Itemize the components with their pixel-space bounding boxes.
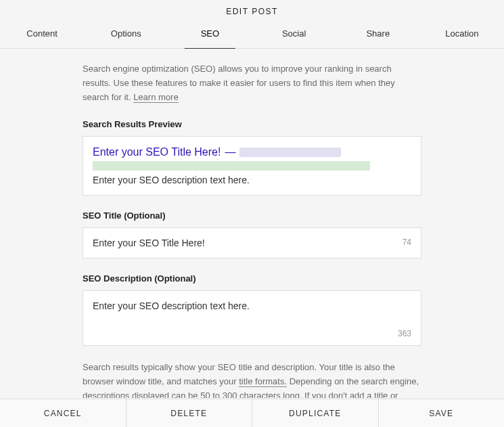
dialog-title: EDIT POST (0, 0, 504, 20)
save-button[interactable]: SAVE (379, 399, 505, 427)
preview-title-text: Enter your SEO Title Here! (93, 146, 221, 158)
tab-share[interactable]: Share (336, 20, 420, 48)
tab-social[interactable]: Social (252, 20, 336, 48)
preview-dash: — (225, 146, 235, 158)
preview-title-row: Enter your SEO Title Here! — (93, 146, 411, 158)
tab-location[interactable]: Location (420, 20, 504, 48)
seo-title-input[interactable] (93, 238, 403, 248)
title-formats-link[interactable]: title formats. (239, 376, 287, 387)
preview-url-redacted (93, 161, 370, 171)
intro-body: Search engine optimization (SEO) allows … (83, 64, 395, 102)
footer-help-text: Search results typically show your SEO t… (83, 361, 421, 398)
tab-content[interactable]: Content (0, 20, 84, 48)
seo-description-count: 363 (398, 329, 411, 338)
preview-label: Search Results Preview (83, 119, 421, 129)
search-preview-box: Enter your SEO Title Here! — Enter your … (83, 136, 421, 196)
seo-title-label: SEO Title (Optional) (83, 210, 421, 221)
seo-title-field: SEO Title (Optional) 74 (83, 210, 421, 259)
tab-options[interactable]: Options (84, 20, 168, 48)
cancel-button[interactable]: CANCEL (0, 399, 127, 427)
preview-site-redacted (239, 148, 341, 157)
delete-button[interactable]: DELETE (127, 399, 253, 427)
action-bar: CANCEL DELETE DUPLICATE SAVE (0, 399, 504, 427)
tab-bar: Content Options SEO Social Share Locatio… (0, 20, 504, 49)
seo-description-input-wrap: 363 (83, 290, 421, 346)
seo-description-field: SEO Description (Optional) 363 (83, 273, 421, 346)
seo-description-label: SEO Description (Optional) (83, 273, 421, 284)
learn-more-link[interactable]: Learn more (133, 92, 178, 103)
seo-title-input-wrap: 74 (83, 227, 421, 259)
seo-title-count: 74 (403, 238, 411, 247)
content-panel: Search engine optimization (SEO) allows … (0, 49, 504, 398)
preview-description-text: Enter your SEO description text here. (93, 175, 411, 185)
tab-seo[interactable]: SEO (168, 20, 252, 48)
intro-text: Search engine optimization (SEO) allows … (83, 62, 421, 104)
seo-description-input[interactable] (93, 300, 411, 331)
duplicate-button[interactable]: DUPLICATE (252, 399, 379, 427)
